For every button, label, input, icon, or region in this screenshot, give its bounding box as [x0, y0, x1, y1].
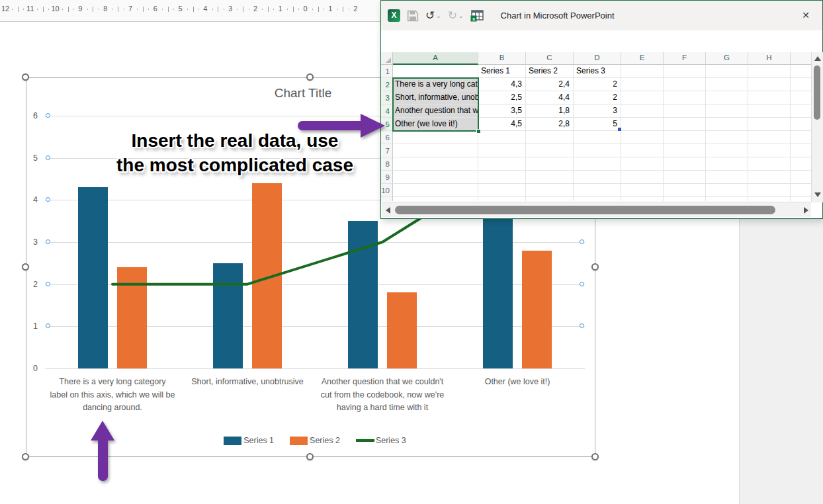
- cell-A7[interactable]: [393, 144, 478, 157]
- row-header-3[interactable]: 3: [381, 91, 393, 105]
- chart-resize-handle[interactable]: [306, 73, 314, 81]
- cell-C6[interactable]: [526, 131, 574, 144]
- cell-G8[interactable]: [706, 157, 748, 171]
- cell-E10[interactable]: [621, 184, 664, 197]
- horizontal-scroll-thumb[interactable]: [395, 206, 775, 214]
- cell-A10[interactable]: [393, 184, 478, 197]
- cell-C8[interactable]: [526, 157, 574, 171]
- cell-C1[interactable]: Series 2: [526, 65, 574, 78]
- row-header-1[interactable]: 1: [381, 65, 393, 78]
- arrow-up-shape[interactable]: [89, 421, 116, 483]
- cell-I4[interactable]: [791, 105, 812, 118]
- col-header-A[interactable]: A: [393, 52, 478, 65]
- col-header-E[interactable]: E: [621, 52, 664, 65]
- cell-D4[interactable]: 3: [574, 105, 621, 118]
- cell-E6[interactable]: [621, 131, 664, 144]
- chart-title[interactable]: Chart Title: [210, 86, 396, 101]
- cell-I9[interactable]: [791, 171, 812, 184]
- bar-series2-cat4[interactable]: [522, 251, 552, 368]
- cell-G1[interactable]: [706, 65, 748, 78]
- scroll-left-icon[interactable]: [386, 207, 390, 214]
- legend-item-series2[interactable]: Series 2: [290, 436, 340, 445]
- gridline-handle[interactable]: [46, 239, 50, 244]
- vertical-scroll-thumb[interactable]: [814, 65, 820, 120]
- cell-I5[interactable]: [791, 118, 812, 131]
- cell-G4[interactable]: [706, 105, 748, 118]
- data-range-corner-handle[interactable]: [618, 128, 621, 131]
- cell-B3[interactable]: 2,5: [478, 91, 526, 105]
- cell-I1[interactable]: [791, 65, 812, 78]
- row-header-8[interactable]: 8: [381, 157, 393, 171]
- cell-A9[interactable]: [393, 171, 478, 184]
- bar-series1-cat1[interactable]: [78, 187, 108, 368]
- cell-B8[interactable]: [478, 157, 526, 171]
- scroll-up-icon[interactable]: [814, 56, 821, 61]
- cell-G2[interactable]: [706, 78, 748, 91]
- col-header-C[interactable]: C: [526, 52, 574, 65]
- bar-series2-cat1[interactable]: [117, 267, 147, 368]
- cell-E3[interactable]: [621, 91, 664, 105]
- legend-item-series3[interactable]: Series 3: [356, 436, 406, 445]
- cell-F10[interactable]: [664, 184, 706, 197]
- cell-F8[interactable]: [664, 157, 706, 171]
- cell-F2[interactable]: [664, 78, 706, 91]
- col-header-partial[interactable]: [791, 52, 812, 65]
- row-header-9[interactable]: 9: [381, 171, 393, 184]
- cell-F9[interactable]: [664, 171, 706, 184]
- gridline-handle[interactable]: [46, 155, 50, 160]
- cell-F3[interactable]: [664, 91, 706, 105]
- cell-A3[interactable]: Short, informative, unobtrusive: [393, 91, 478, 105]
- gridline-handle[interactable]: [580, 323, 584, 328]
- col-header-D[interactable]: D: [574, 52, 621, 65]
- cell-B2[interactable]: 4,3: [478, 78, 526, 91]
- cell-H4[interactable]: [748, 105, 791, 118]
- legend-item-series1[interactable]: Series 1: [224, 436, 274, 445]
- cell-E8[interactable]: [621, 157, 664, 171]
- cell-A5[interactable]: Other (we love it!): [393, 118, 478, 131]
- cell-H1[interactable]: [748, 65, 791, 78]
- cell-B1[interactable]: Series 1: [478, 65, 526, 78]
- col-header-G[interactable]: G: [706, 52, 748, 65]
- chart-resize-handle[interactable]: [22, 73, 29, 81]
- row-header-10[interactable]: 10: [381, 184, 393, 197]
- cell-F6[interactable]: [664, 131, 706, 144]
- cell-D6[interactable]: [574, 131, 621, 144]
- cell-B7[interactable]: [478, 144, 526, 157]
- scroll-down-icon[interactable]: [814, 192, 821, 197]
- cell-C7[interactable]: [526, 144, 574, 157]
- cell-I8[interactable]: [791, 157, 812, 171]
- cell-D1[interactable]: Series 3: [574, 65, 621, 78]
- horizontal-scrollbar[interactable]: [382, 202, 811, 217]
- vertical-scrollbar[interactable]: [811, 52, 823, 202]
- cell-B9[interactable]: [478, 171, 526, 184]
- cell-C9[interactable]: [526, 171, 574, 184]
- cell-G6[interactable]: [706, 131, 748, 144]
- select-all-corner[interactable]: [381, 52, 393, 65]
- gridline-handle[interactable]: [46, 113, 50, 118]
- cell-I3[interactable]: [791, 91, 812, 105]
- cell-E4[interactable]: [621, 105, 664, 118]
- scroll-right-icon[interactable]: [804, 207, 808, 214]
- cell-E9[interactable]: [621, 171, 664, 184]
- cell-F5[interactable]: [664, 118, 706, 131]
- gridline-handle[interactable]: [580, 282, 584, 286]
- cell-B6[interactable]: [478, 131, 526, 144]
- cell-C10[interactable]: [526, 184, 574, 197]
- cell-D7[interactable]: [574, 144, 621, 157]
- cell-E1[interactable]: [621, 65, 664, 78]
- cell-C2[interactable]: 2,4: [526, 78, 574, 91]
- cell-F7[interactable]: [664, 144, 706, 157]
- cell-F1[interactable]: [664, 65, 706, 78]
- cell-A8[interactable]: [393, 157, 478, 171]
- cell-G7[interactable]: [706, 144, 748, 157]
- arrow-right-shape[interactable]: [298, 114, 387, 138]
- col-header-H[interactable]: H: [748, 52, 791, 65]
- col-header-B[interactable]: B: [478, 52, 526, 65]
- cell-H7[interactable]: [748, 144, 791, 157]
- cell-A2[interactable]: There is a very long category label on t…: [393, 78, 478, 91]
- chart-resize-handle[interactable]: [591, 453, 599, 460]
- row-header-7[interactable]: 7: [381, 144, 393, 157]
- col-header-F[interactable]: F: [664, 52, 706, 65]
- cell-C4[interactable]: 1,8: [526, 105, 574, 118]
- chart-resize-handle[interactable]: [22, 453, 29, 460]
